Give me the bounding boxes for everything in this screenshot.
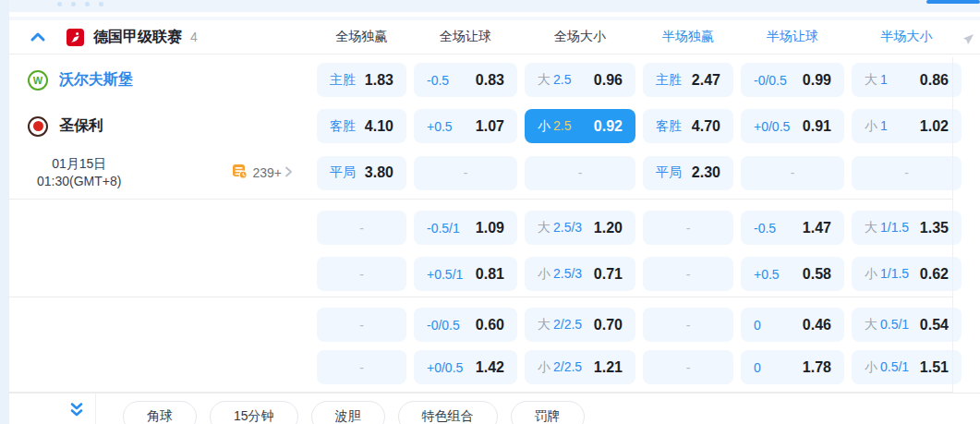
over-under-prefix: 小 — [865, 266, 877, 281]
odds-line: 2.5 — [553, 72, 571, 87]
odds-cell[interactable]: 主胜2.47 — [643, 63, 733, 97]
over-under-prefix: 小 — [865, 359, 877, 374]
column-header-2: 全场大小 — [525, 29, 635, 45]
match-info-cell — [9, 257, 309, 291]
page-left-gutter — [0, 0, 9, 424]
odds-cell-empty: - — [643, 308, 733, 342]
pin-icon[interactable] — [960, 31, 974, 50]
odds-value: 0.54 — [920, 317, 949, 333]
over-under-prefix: 小 — [538, 118, 550, 133]
odds-cell[interactable]: 大2.50.96 — [525, 63, 635, 97]
odds-cell-selected[interactable]: 小2.50.92 — [525, 109, 635, 143]
market-tab-button-0[interactable]: 角球 — [123, 401, 197, 424]
odds-label: 小0.5/1 — [865, 359, 909, 376]
tab-indicator-bar — [926, 0, 980, 4]
odds-cell[interactable]: 小0.5/11.51 — [852, 350, 962, 384]
column-header-0: 全场独赢 — [317, 29, 406, 45]
odds-cell[interactable]: 大10.86 — [852, 63, 962, 97]
odds-label: 大0.5/1 — [865, 317, 909, 333]
odds-cell-empty: - — [643, 257, 733, 291]
odds-cell-empty: - — [525, 156, 635, 190]
odds-cell[interactable]: 客胜4.10 — [317, 109, 406, 143]
odds-line: +0/0.5 — [754, 119, 790, 134]
odds-cell[interactable]: -0/0.50.99 — [741, 63, 844, 97]
odds-cell[interactable]: 大1/1.51.35 — [852, 211, 962, 245]
match-info-cell — [9, 308, 309, 342]
odds-cell[interactable]: -0.51.47 — [741, 211, 844, 245]
team-name-away[interactable]: 圣保利 — [59, 116, 103, 136]
odds-value: 0.99 — [803, 72, 831, 89]
odds-label: 0 — [754, 360, 761, 375]
odds-line: 2/2.5 — [553, 359, 582, 374]
odds-value: 0.91 — [803, 118, 831, 135]
market-tab-button-4[interactable]: 罚牌 — [511, 401, 585, 424]
odds-cell[interactable]: 小2.5/30.71 — [525, 257, 635, 291]
empty-odds-dash: - — [686, 267, 691, 282]
odds-label: 平局 — [656, 164, 682, 181]
odds-label: 小1 — [865, 118, 888, 135]
over-under-prefix: 大 — [538, 72, 550, 87]
odds-cell[interactable]: +0/0.50.91 — [741, 109, 844, 143]
odds-cell[interactable]: 00.46 — [741, 308, 844, 342]
odds-cell[interactable]: 小2/2.51.21 — [525, 350, 635, 384]
odds-label: 平局 — [330, 164, 356, 181]
league-title: 德国甲级联赛 — [93, 28, 182, 47]
odds-label: -0/0.5 — [427, 318, 460, 333]
chevron-right-icon — [284, 164, 293, 181]
odds-value: 1.20 — [594, 220, 623, 236]
odds-cell[interactable]: +0.5/10.81 — [414, 257, 517, 291]
odds-cell[interactable]: 大2/2.50.70 — [525, 308, 635, 342]
odds-line: -0/0.5 — [754, 73, 787, 88]
extra-market-buttons: 角球15分钟波胆特色组合罚牌 — [123, 401, 585, 424]
odds-line: +0.5/1 — [427, 267, 463, 282]
odds-label: 大1/1.5 — [865, 220, 909, 236]
match-info-cell: 01月15日01:30(GMT+8)239+ — [9, 155, 309, 190]
odds-cell[interactable]: 小1/1.50.62 — [852, 257, 962, 291]
odds-value: 0.96 — [594, 72, 623, 89]
odds-row-4: -+0.5/10.81小2.5/30.71-+0.50.58小1/1.50.62 — [9, 257, 980, 291]
odds-row-1: 圣保利客胜4.10+0.51.07小2.50.92客胜4.70+0/0.50.9… — [9, 109, 980, 143]
match-time: 01:30(GMT+8) — [37, 173, 121, 190]
odds-cell[interactable]: +0.50.58 — [741, 257, 844, 291]
over-under-prefix: 大 — [865, 72, 877, 87]
odds-value: 4.10 — [365, 118, 393, 135]
odds-cell[interactable]: +0.51.07 — [414, 109, 517, 143]
match-datetime: 01月15日01:30(GMT+8) — [37, 155, 121, 190]
odds-cell-empty: - — [317, 350, 406, 384]
column-header-4: 半场让球 — [741, 29, 844, 45]
over-under-prefix: 小 — [538, 266, 550, 281]
odds-cell[interactable]: -0.50.83 — [414, 63, 517, 97]
empty-odds-dash: - — [904, 165, 909, 180]
empty-odds-dash: - — [791, 165, 795, 180]
market-tab-button-2[interactable]: 波胆 — [311, 401, 385, 424]
odds-value: 1.83 — [365, 72, 393, 89]
odds-line: 1/1.5 — [880, 266, 909, 281]
market-tab-button-1[interactable]: 15分钟 — [210, 401, 298, 424]
odds-label: 主胜 — [330, 72, 356, 89]
odds-value: 1.09 — [476, 220, 504, 236]
more-markets-link[interactable]: 239+ — [232, 164, 293, 183]
odds-line: -0.5/1 — [427, 221, 460, 236]
odds-cell[interactable]: 主胜1.83 — [317, 63, 406, 97]
odds-line: -0.5 — [427, 73, 449, 88]
over-under-prefix: 大 — [865, 317, 877, 332]
odds-cell[interactable]: 小11.02 — [852, 109, 962, 143]
odds-cell[interactable]: 客胜4.70 — [643, 109, 733, 143]
collapse-chevron-up-icon[interactable] — [30, 30, 46, 43]
odds-label: 0 — [754, 318, 761, 333]
odds-cell[interactable]: 平局2.30 — [643, 156, 733, 190]
odds-cell[interactable]: -0.5/11.09 — [414, 211, 517, 245]
odds-cell[interactable]: 01.78 — [741, 350, 844, 384]
expand-double-chevron-down-icon[interactable] — [68, 402, 85, 418]
markets-list-icon — [232, 164, 248, 183]
odds-cell[interactable]: 平局3.80 — [317, 156, 406, 190]
odds-row-2: 01月15日01:30(GMT+8)239+平局3.80--平局2.30-- — [9, 155, 980, 189]
market-tab-button-3[interactable]: 特色组合 — [398, 401, 498, 424]
odds-cell[interactable]: -0/0.50.60 — [414, 308, 517, 342]
team-name-home[interactable]: 沃尔夫斯堡 — [59, 70, 133, 90]
odds-cell[interactable]: 大0.5/10.54 — [852, 308, 962, 342]
odds-cell[interactable]: +0/0.51.42 — [414, 350, 517, 384]
odds-cell[interactable]: 大2.5/31.20 — [525, 211, 635, 245]
odds-value: 0.86 — [920, 72, 949, 89]
odds-line: 0 — [754, 360, 761, 375]
